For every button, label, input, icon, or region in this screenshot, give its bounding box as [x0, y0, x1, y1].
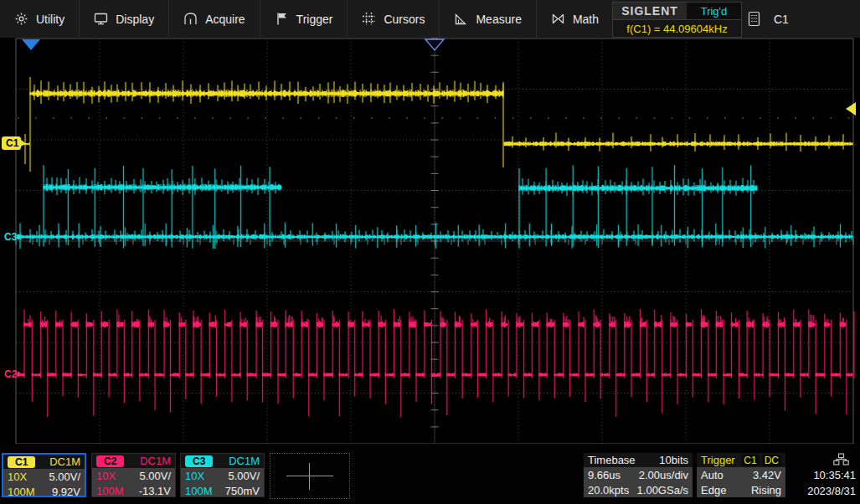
gear-icon: [14, 12, 28, 26]
channel-3-descriptor-box[interactable]: C3 DC1M 10X5.00V/ 100M750mV: [180, 453, 265, 497]
timebase-scale: 2.00us/div: [639, 469, 688, 481]
trigger-title: Trigger: [701, 454, 735, 466]
c1-position-label: C1: [6, 137, 18, 149]
channel-2-scale: 5.00V/: [139, 470, 171, 482]
c3-position-marker[interactable]: C3: [3, 230, 27, 244]
bowtie-icon: [551, 12, 565, 26]
channel-2-coupling: DC1M: [140, 455, 171, 467]
network-icon[interactable]: [833, 453, 849, 465]
active-channel-indicator[interactable]: C1: [774, 13, 789, 26]
timebase-descriptor-box[interactable]: Timebase 10bits 9.66us2.00us/div 20.0kpt…: [584, 453, 693, 497]
channel-1-offset: 9.92V: [52, 486, 80, 498]
c2-arrow-icon: [18, 371, 25, 378]
trigger-source-chip: C1: [741, 455, 759, 466]
trigger-descriptor-box[interactable]: Trigger C1 DC Auto3.42V EdgeRising: [697, 453, 785, 497]
waveform-display: [0, 0, 860, 504]
menu-item-utility[interactable]: Utility: [0, 0, 80, 38]
channel-1-coupling: DC1M: [49, 455, 80, 468]
frequency-counter-readout: f(C1) = 44.09604kHz: [613, 20, 741, 37]
clock-time: 10:35:41: [813, 469, 856, 481]
add-channel-placeholder[interactable]: [270, 453, 350, 499]
channel-2-probe: 10X: [96, 470, 116, 482]
trigger-position-marker-icon[interactable]: [22, 39, 40, 50]
clock-panel: 10:35:41 2023/8/31: [790, 453, 857, 497]
menu-item-math[interactable]: Math: [537, 0, 614, 38]
timebase-title: Timebase: [588, 454, 636, 466]
menu-item-label: Acquire: [205, 13, 245, 26]
c2-position-marker[interactable]: C2: [3, 368, 27, 381]
channel-2-offset: -13.1V: [139, 485, 171, 497]
menu-item-label: Cursors: [384, 13, 425, 26]
acquire-gate-icon: [183, 12, 198, 26]
notes-list-icon[interactable]: [748, 11, 760, 27]
set-square-icon: [454, 12, 468, 26]
menu-item-label: Display: [116, 13, 154, 26]
c2-position-label: C2: [4, 368, 17, 380]
channel-3-offset: 750mV: [225, 485, 260, 497]
timebase-points: 20.0kpts: [588, 484, 629, 496]
trigger-slope: Rising: [751, 484, 781, 496]
channel-1-bandwidth: 100M: [8, 486, 35, 498]
timebase-delay: 9.66us: [588, 469, 621, 481]
menu-item-cursors[interactable]: Cursors: [348, 0, 440, 38]
channel-3-badge: C3: [185, 455, 213, 467]
menu-item-label: Utility: [36, 13, 64, 26]
channel-1-descriptor-box[interactable]: C1 DC1M 10X5.00V/ 100M9.92V: [2, 453, 86, 497]
menu-item-display[interactable]: Display: [80, 0, 169, 38]
siglent-logo: SIGLENT: [613, 3, 687, 19]
trigger-level: 3.42V: [753, 469, 781, 481]
channel-3-bandwidth: 100M: [185, 485, 213, 497]
channel-2-bandwidth: 100M: [96, 485, 124, 497]
delay-reference-marker-icon[interactable]: [424, 39, 445, 52]
crosshair-plus-icon: [286, 463, 333, 490]
timebase-sample-rate: 1.00GSa/s: [637, 484, 688, 496]
timebase-bits: 10bits: [659, 454, 688, 466]
channel-3-coupling: DC1M: [229, 455, 260, 467]
monitor-icon: [94, 12, 108, 26]
trigger-coupling-chip: DC: [762, 455, 781, 466]
trigger-mode: Auto: [701, 469, 724, 481]
status-readout-box: SIGLENT Trig'd f(C1) = 44.09604kHz: [612, 2, 742, 38]
channel-1-scale: 5.00V/: [49, 471, 80, 483]
c3-position-label: C3: [4, 231, 17, 243]
c3-arrow-icon: [18, 234, 25, 240]
channel-1-probe: 10X: [8, 471, 27, 483]
crosshatch-icon: [362, 12, 376, 26]
trigger-level-marker-icon[interactable]: [846, 102, 856, 116]
channel-1-badge: C1: [8, 456, 35, 468]
trigger-status-badge: Trig'd: [687, 3, 741, 19]
channel-3-probe: 10X: [185, 470, 204, 482]
channel-3-scale: 5.00V/: [228, 470, 260, 482]
menu-item-acquire[interactable]: Acquire: [169, 0, 260, 38]
menu-item-label: Math: [573, 13, 599, 26]
channel-2-descriptor-box[interactable]: C2 DC1M 10X5.00V/ 100M-13.1V: [91, 453, 176, 497]
clock-date: 2023/8/31: [807, 485, 856, 497]
menu-item-trigger[interactable]: Trigger: [260, 0, 348, 38]
flag-icon: [275, 12, 289, 26]
channel-2-badge: C2: [96, 455, 124, 467]
menu-item-label: Measure: [476, 13, 521, 26]
bottom-status-bar: C1 DC1M 10X5.00V/ 100M9.92V C2 DC1M 10X5…: [0, 444, 860, 504]
c1-position-marker[interactable]: C1: [2, 136, 21, 150]
menu-item-label: Trigger: [296, 13, 333, 26]
trigger-type: Edge: [701, 484, 726, 496]
menu-item-measure[interactable]: Measure: [440, 0, 536, 38]
